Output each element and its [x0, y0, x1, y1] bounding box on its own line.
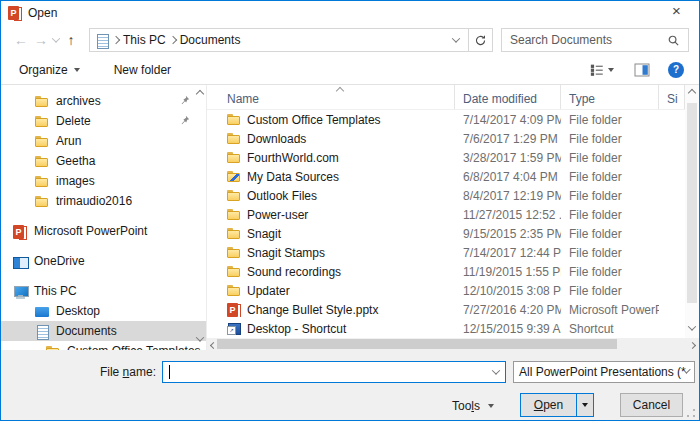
horizontal-scroll-thumb[interactable]	[217, 339, 617, 349]
document-icon	[95, 34, 109, 47]
file-date-modified: 12/10/2015 3:08 PM	[455, 284, 561, 298]
cancel-button[interactable]: Cancel	[620, 393, 683, 417]
powerpoint-app-icon	[8, 6, 22, 19]
column-header-size[interactable]: Si	[659, 85, 685, 109]
document-icon	[35, 325, 49, 338]
vertical-scrollbar[interactable]	[685, 85, 699, 338]
file-row[interactable]: Snagit Stamps 7/14/2017 12:44 PM File fo…	[207, 243, 685, 262]
file-name-dropdown-icon[interactable]	[492, 366, 500, 374]
file-type: Shortcut	[561, 322, 659, 336]
file-type: File folder	[561, 246, 659, 260]
folder-icon	[227, 189, 241, 202]
vertical-scroll-thumb[interactable]	[687, 103, 697, 303]
sidebar-item-this-pc[interactable]: This PC	[1, 281, 206, 301]
search-placeholder: Search Documents	[510, 33, 667, 47]
file-row[interactable]: Power-user 11/27/2015 12:52 ... File fol…	[207, 205, 685, 224]
navigation-pane: archives Delete Arun Geetha images trima…	[1, 85, 207, 350]
preview-pane-button[interactable]	[629, 60, 655, 80]
sidebar-item-images[interactable]: images	[1, 171, 206, 191]
breadcrumb-this-pc[interactable]: This PC	[123, 33, 166, 47]
folder-icon	[35, 155, 49, 168]
recent-locations-icon[interactable]	[52, 34, 60, 42]
new-folder-button[interactable]: New folder	[106, 59, 179, 81]
file-row[interactable]: Desktop - Shortcut 12/15/2015 9:39 AM Sh…	[207, 319, 685, 338]
resize-grip-icon[interactable]	[686, 408, 696, 418]
breadcrumb-documents[interactable]: Documents	[180, 33, 241, 47]
column-header-date-modified[interactable]: Date modified	[455, 85, 561, 109]
folder-icon	[35, 175, 49, 188]
file-name: Updater	[247, 284, 290, 298]
window-title: Open	[28, 6, 57, 20]
chevron-down-icon	[488, 404, 494, 408]
sidebar-item-documents[interactable]: Documents	[1, 321, 206, 341]
forward-button[interactable]: →	[31, 32, 51, 48]
folder-icon	[35, 115, 49, 128]
scroll-up-icon[interactable]	[688, 89, 696, 97]
file-type: Microsoft PowerP...	[561, 303, 659, 317]
folder-icon	[227, 132, 241, 145]
open-button[interactable]: Open	[520, 393, 594, 417]
file-name-input[interactable]	[162, 361, 506, 383]
text-caret	[169, 365, 170, 379]
file-row[interactable]: Downloads 7/6/2017 1:29 PM File folder	[207, 129, 685, 148]
sidebar-item-microsoft-powerpoint[interactable]: Microsoft PowerPoint	[1, 221, 206, 241]
sidebar-items: archives Delete Arun Geetha images trima…	[1, 91, 206, 350]
column-header-name[interactable]: Name	[207, 85, 455, 109]
title-bar: Open ×	[1, 1, 699, 24]
file-row[interactable]: My Data Sources 6/8/2017 4:04 PM File fo…	[207, 167, 685, 186]
folder-icon	[227, 246, 241, 259]
scroll-down-icon[interactable]	[688, 322, 696, 330]
file-list: Name Date modified Type Si Custom Office…	[207, 85, 699, 350]
sidebar-item-arun[interactable]: Arun	[1, 131, 206, 151]
sidebar-item-archives[interactable]: archives	[1, 91, 206, 111]
open-label[interactable]: Open	[521, 394, 576, 416]
file-row[interactable]: Updater 12/10/2015 3:08 PM File folder	[207, 281, 685, 300]
file-row[interactable]: Sound recordings 11/19/2015 1:55 PM File…	[207, 262, 685, 281]
file-row[interactable]: Custom Office Templates 7/14/2017 4:09 P…	[207, 110, 685, 129]
file-date-modified: 8/4/2017 12:19 PM	[455, 189, 561, 203]
horizontal-scrollbar[interactable]	[207, 338, 699, 350]
organize-button[interactable]: Organize	[11, 59, 88, 81]
file-type: File folder	[561, 208, 659, 222]
file-row[interactable]: FourthWorld.com 3/28/2017 1:59 PM File f…	[207, 148, 685, 167]
up-button[interactable]: ↑	[61, 32, 81, 48]
tools-button[interactable]: Tools	[438, 394, 508, 418]
folder-icon	[227, 208, 241, 221]
folder-icon	[227, 113, 241, 126]
folder-icon	[35, 95, 49, 108]
sidebar-item-desktop[interactable]: Desktop	[1, 301, 206, 321]
sidebar-item-trimaudio2016[interactable]: trimaudio2016	[1, 191, 206, 211]
search-input[interactable]: Search Documents	[501, 28, 689, 52]
file-type-select[interactable]: All PowerPoint Presentations (*	[513, 361, 695, 383]
file-name: Change Bullet Style.pptx	[247, 303, 378, 317]
address-bar[interactable]: This PC Documents	[89, 28, 493, 52]
pptx-icon	[227, 303, 241, 316]
sidebar-item-custom-office-templates[interactable]: Custom Office Templates	[1, 341, 206, 350]
back-button[interactable]: ←	[11, 32, 31, 48]
sidebar-item-onedrive[interactable]: OneDrive	[1, 251, 206, 271]
folder-icon	[35, 135, 49, 148]
sidebar-item-geetha[interactable]: Geetha	[1, 151, 206, 171]
preview-pane-icon	[634, 63, 650, 77]
change-view-button[interactable]	[585, 60, 619, 80]
column-header-type[interactable]: Type	[561, 85, 659, 109]
open-dropdown-button[interactable]	[576, 394, 593, 416]
breadcrumb-separator-icon	[168, 36, 176, 44]
onedrive-icon	[13, 255, 27, 268]
pin-icon	[180, 115, 190, 125]
organize-label: Organize	[19, 63, 68, 77]
sidebar-item-delete[interactable]: Delete	[1, 111, 206, 131]
file-type: File folder	[561, 170, 659, 184]
scroll-right-icon[interactable]	[686, 337, 698, 351]
help-button[interactable]: ?	[663, 59, 689, 81]
file-row[interactable]: Change Bullet Style.pptx 7/27/2016 4:20 …	[207, 300, 685, 319]
powerpoint-icon	[13, 225, 27, 238]
file-name: FourthWorld.com	[247, 151, 339, 165]
address-dropdown-icon[interactable]	[444, 29, 468, 51]
file-row[interactable]: Outlook Files 8/4/2017 12:19 PM File fol…	[207, 186, 685, 205]
file-type: File folder	[561, 265, 659, 279]
file-row[interactable]: Snagit 9/15/2015 2:35 PM File folder	[207, 224, 685, 243]
file-type-value: All PowerPoint Presentations (*	[519, 365, 686, 379]
refresh-icon[interactable]	[468, 29, 492, 51]
close-icon[interactable]: ×	[654, 1, 699, 23]
